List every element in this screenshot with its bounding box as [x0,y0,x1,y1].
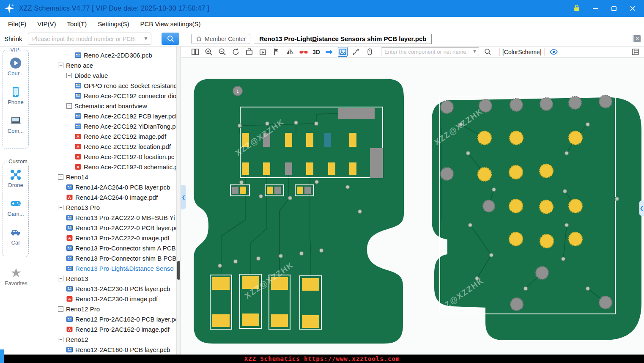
component-search-input[interactable] [381,47,479,56]
pcb-via[interactable] [586,287,590,291]
sidebar-item-drone[interactable]: Drone [8,169,23,188]
arrow-icon[interactable] [324,47,334,57]
tree-scrollbar-thumb[interactable] [177,261,180,280]
collapse-icon[interactable]: − [58,205,63,210]
tree-file-row[interactable]: Reno12-2AC160-0 PCB layer.pcb [32,344,181,355]
tree-file-row[interactable]: Reno13 Pro-2AC222-0 MB+SUB Yi [32,212,181,223]
pcb-via[interactable] [492,188,496,192]
tree-file-row[interactable]: Reno Ace-2CC192 PCB layer.pcb [32,111,181,121]
pcb-pad[interactable] [271,314,288,327]
collapse-icon[interactable]: − [66,73,72,78]
pcb-hole-pad[interactable] [569,199,582,213]
tree-file-row[interactable]: Reno13 Pro-Connector shim A PCB [32,243,181,253]
pcb-hole-pad[interactable] [478,131,491,145]
pcb-hole-pad[interactable] [599,95,612,108]
pcb-hole-pad[interactable] [599,296,612,309]
pcb-via[interactable] [266,122,269,126]
pcb-hole-pad[interactable] [536,267,548,279]
tree-group-row[interactable]: −Reno13 [32,273,181,283]
tree-group-row[interactable]: −Reno12 [32,334,181,344]
colorscheme-button[interactable]: [ColorScheme] [499,48,545,56]
pcb-hole-pad[interactable] [441,168,453,180]
pcb-via[interactable] [279,254,283,258]
pcb-pad[interactable] [267,187,273,194]
pcb-hole-pad[interactable] [569,131,582,145]
pcb-drawing[interactable]: 1XZZ@XZZHKXZZ@XZZHKXZZ@XZZHKXZZ@XZZHK [181,58,644,355]
pcb-via[interactable] [490,253,493,257]
chevron-down-icon[interactable]: ▼ [472,49,477,54]
pcb-pad[interactable] [302,315,319,328]
pcb-via[interactable] [218,264,222,268]
tree-file-row[interactable]: Reno Ace2-2DD306.pcb [32,50,181,60]
right-panel-handle[interactable]: ❮ [639,201,644,216]
pcb-pad[interactable] [370,148,383,178]
pcb-pad[interactable] [212,277,230,290]
pcb-via[interactable] [320,249,323,253]
document-tab[interactable]: Reno13 Pro-LightDistance Sensors shim PC… [254,34,432,44]
pcb-hole-pad[interactable] [478,168,491,181]
pcb-pad[interactable] [297,187,303,194]
tree-file-row[interactable]: Reno12 Pro-2AC162-0 PCB layer.pc [32,314,181,324]
eye-icon[interactable] [549,47,559,57]
menu-pcb-view-settings[interactable]: PCB View settings(S) [134,17,206,31]
pcb-pad[interactable] [285,133,292,147]
image-view-icon[interactable] [338,47,348,57]
pcb-pad[interactable] [263,162,270,175]
tree-scrollbar[interactable] [176,47,181,355]
tree-group-row[interactable]: −Schematic and boardview [32,101,181,111]
sidebar-scroll-indicator[interactable] [0,349,4,363]
menu-settings[interactable]: Settings(S) [92,17,134,31]
tree-file-row[interactable]: Reno13 Pro-2AC222-0 PCB layer.pc [32,223,181,233]
pcb-hole-pad[interactable] [441,101,453,113]
tree-file-row[interactable]: Reno Ace-2CC192 connector dio [32,91,181,101]
collapse-icon[interactable]: − [58,174,63,180]
pcb-via[interactable] [466,151,470,155]
tree-file-row[interactable]: AReno14-2AC264-0 image.pdf [32,192,181,202]
search-button[interactable] [162,33,179,45]
mirror-icon[interactable] [285,47,295,57]
collapse-icon[interactable]: − [58,337,63,342]
pcb-via[interactable] [294,121,298,125]
sidebar-item-course[interactable]: Cour... [8,57,24,77]
collapse-icon[interactable]: − [66,103,72,109]
pcb-canvas[interactable]: 1XZZ@XZZHKXZZ@XZZHKXZZ@XZZHKXZZ@XZZHK [181,58,644,355]
pcb-via[interactable] [300,252,304,256]
pcb-pad[interactable] [328,162,335,175]
pcb-pad[interactable] [212,314,230,327]
tree-group-row[interactable]: −Reno ace [32,60,181,70]
close-button[interactable] [628,4,637,13]
pcb-pad[interactable] [338,108,375,119]
chevron-down-icon[interactable]: ▼ [143,36,148,41]
collapse-icon[interactable]: − [58,306,63,312]
pcb-via[interactable] [346,185,350,189]
menu-vip[interactable]: VIP(V) [32,17,61,31]
pcb-hole-pad[interactable] [510,99,523,111]
pcb-via[interactable] [240,181,244,184]
export-top-icon[interactable] [244,47,254,57]
pcb-hole-pad[interactable] [569,96,581,109]
sidebar-item-phone[interactable]: Phone [8,86,24,105]
close-panel-icon[interactable]: ✕ [633,35,641,42]
pcb-pad[interactable] [240,187,246,194]
zoom-in-icon[interactable] [204,47,214,57]
pcb-hole-pad[interactable] [509,165,523,179]
pcb-hole-pad[interactable] [540,200,553,214]
pcb-via[interactable] [259,195,263,198]
tree-file-row[interactable]: Reno13 Pro-Light&Distance Senso [32,263,181,273]
tree-file-row[interactable]: AReno Ace-2CC192 location.pdf [32,141,181,151]
tree-file-row[interactable]: AReno13-2AC230-0 image.pdf [32,294,181,304]
component-search-icon[interactable] [483,47,493,57]
sidebar-item-car[interactable]: Car [10,226,22,246]
sidebar-item-computer[interactable]: Com... [8,115,24,134]
pcb-hole-pad[interactable] [540,98,553,110]
model-search-input[interactable] [28,33,151,45]
pcb-pad[interactable] [242,162,249,175]
pcb-pad[interactable] [306,133,313,147]
tree-file-row[interactable]: AReno Ace-2CC192-0 location.pc [32,151,181,162]
shrink-button[interactable]: Shrink [4,35,25,42]
pcb-via[interactable] [524,287,528,291]
pcb-via[interactable] [315,122,318,126]
pcb-via[interactable] [315,180,319,184]
pcb-hole-pad[interactable] [540,164,553,178]
rotate-icon[interactable] [231,47,241,57]
